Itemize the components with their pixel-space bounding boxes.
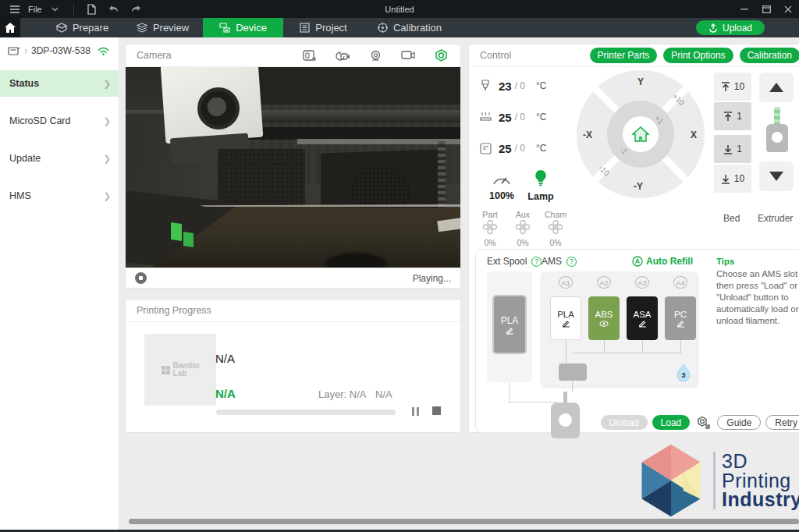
bed-down-10-button[interactable]: 10 [714, 165, 751, 193]
progress-title: Printing Progress [137, 305, 211, 316]
minimize-button[interactable] [733, 0, 755, 18]
slot-id-a1: A1 [546, 278, 585, 286]
ams-help-icon[interactable]: ? [566, 257, 577, 267]
camera-video-feed [126, 67, 460, 269]
bed-down-1-button[interactable]: 1 [714, 135, 751, 163]
pause-print-button[interactable] [409, 405, 421, 417]
pad-y-minus[interactable]: -Y [634, 181, 643, 192]
device-selector[interactable]: › 3DP-03W-538 [0, 37, 119, 62]
bed-temp-row[interactable]: 25 / 0 °C [480, 107, 574, 127]
ams-slot-a3[interactable]: ASA [627, 296, 658, 340]
fan-value: 0% [477, 238, 503, 247]
auto-refill-toggle[interactable]: Auto Refill [632, 256, 693, 267]
lamp-toggle[interactable]: Lamp [522, 169, 559, 202]
retry-button[interactable]: Retry [765, 415, 799, 430]
close-button[interactable] [777, 0, 799, 18]
bed-up-10-button[interactable]: 10 [714, 73, 751, 101]
pad-x-minus[interactable]: -X [583, 129, 592, 140]
ext-spool-slot[interactable]: PLA [492, 295, 527, 354]
home-xy-button[interactable] [623, 116, 659, 152]
chamber-fan[interactable]: Cham 0% [542, 210, 569, 247]
stop-print-button[interactable] [432, 406, 441, 415]
horizontal-scrollbar [119, 517, 799, 525]
camera-title: Camera [137, 50, 171, 61]
hamburger-menu-icon[interactable] [6, 2, 23, 16]
bambu-logo-mark [171, 222, 182, 241]
ams-slot-a2[interactable]: ABS [588, 296, 620, 340]
nozzle-temp-row[interactable]: 23 / 0 °C [480, 76, 574, 96]
lamp-icon [533, 169, 549, 186]
maximize-button[interactable] [755, 0, 777, 18]
sidebar-item-update[interactable]: Update ❯ [0, 145, 119, 172]
webcam-icon[interactable] [367, 49, 384, 62]
guide-button[interactable]: Guide [717, 415, 761, 430]
ams-header: AMS ? [542, 256, 577, 267]
print-status: N/A [215, 387, 236, 400]
timelapse-icon[interactable] [334, 49, 351, 62]
bed-temp-current: 25 [499, 111, 512, 124]
tab-label: Preview [153, 22, 189, 34]
bed-up-1-button[interactable]: 1 [714, 102, 751, 130]
recording-files-icon[interactable] [301, 49, 318, 62]
humidity-indicator[interactable]: 3 [676, 364, 691, 382]
control-header: Control Printer Parts Print Options Cali… [469, 44, 799, 67]
chamber-temp-row[interactable]: 25 / 0 °C [480, 138, 574, 158]
extruder-graphic [765, 107, 789, 157]
lamp-label: Lamp [522, 191, 559, 202]
part-fan[interactable]: Part 0% [477, 210, 503, 247]
go-live-icon[interactable] [432, 49, 449, 62]
tab-prepare[interactable]: Prepare [42, 18, 123, 37]
redo-icon[interactable] [127, 2, 144, 16]
ams-slot-a1[interactable]: PLA [550, 296, 581, 340]
load-button[interactable]: Load [652, 415, 691, 430]
eye-icon [599, 321, 609, 327]
tab-project[interactable]: Project [283, 18, 364, 37]
bambu-logo-mark [183, 232, 194, 247]
new-file-icon[interactable] [83, 2, 101, 16]
print-options-button[interactable]: Print Options [663, 48, 733, 63]
slot-id-a3: A3 [623, 278, 662, 286]
sidebar-item-label: HMS [9, 190, 31, 201]
extruder-retract-button[interactable] [759, 73, 794, 102]
undo-icon[interactable] [105, 2, 123, 16]
wifi-icon [98, 47, 109, 55]
home-icon [631, 126, 650, 143]
sidebar-item-status[interactable]: Status ❯ [0, 70, 119, 97]
upload-button[interactable]: Upload [696, 20, 765, 35]
scrollbar-thumb[interactable] [129, 519, 799, 524]
slot-id-a4: A4 [661, 278, 700, 286]
sidebar-item-label: MicroSD Card [9, 115, 71, 126]
bambu-lab-watermark: BambuLab [162, 362, 200, 378]
printing-progress-panel: Printing Progress BambuLab N/A N/A Layer… [125, 299, 461, 433]
calibration-button[interactable]: Calibration [740, 48, 799, 63]
ams-slot-a4[interactable]: PC [665, 296, 696, 340]
video-monitor-icon[interactable] [400, 49, 417, 62]
aux-fan[interactable]: Aux 0% [510, 210, 536, 247]
stop-stream-button[interactable] [135, 272, 147, 284]
ams-hub [559, 364, 587, 381]
file-menu[interactable]: File [28, 5, 42, 14]
tab-preview[interactable]: Preview [123, 18, 203, 37]
chevron-down-icon[interactable] [47, 2, 64, 16]
extruder-extrude-button[interactable] [759, 161, 794, 191]
sidebar-item-microsd[interactable]: MicroSD Card ❯ [0, 108, 119, 134]
ams-settings-icon[interactable] [696, 416, 711, 430]
tab-device[interactable]: Device [203, 18, 283, 37]
speedometer-icon [492, 172, 512, 186]
unload-button[interactable]: Unload [601, 415, 648, 430]
print-speed-control[interactable]: 100% [481, 172, 522, 201]
tab-calibration[interactable]: Calibration [364, 18, 456, 37]
sidebar-item-hms[interactable]: HMS ❯ [0, 183, 119, 209]
ext-spool-help-icon[interactable]: ? [531, 257, 542, 267]
arrow-down-to-bar-icon [721, 174, 730, 184]
fan-icon [548, 219, 563, 235]
ams-actions: Unload Load Guide Retry [601, 415, 799, 430]
pad-x-plus[interactable]: X [691, 129, 697, 140]
printer-parts-button[interactable]: Printer Parts [590, 48, 658, 63]
fan-value: 0% [542, 238, 569, 247]
home-button[interactable] [0, 18, 20, 37]
edit-pencil-icon [562, 321, 570, 328]
control-panel: Control Printer Parts Print Options Cali… [468, 44, 799, 433]
pad-y-plus[interactable]: Y [637, 76, 644, 87]
triangle-up-icon [769, 83, 783, 92]
